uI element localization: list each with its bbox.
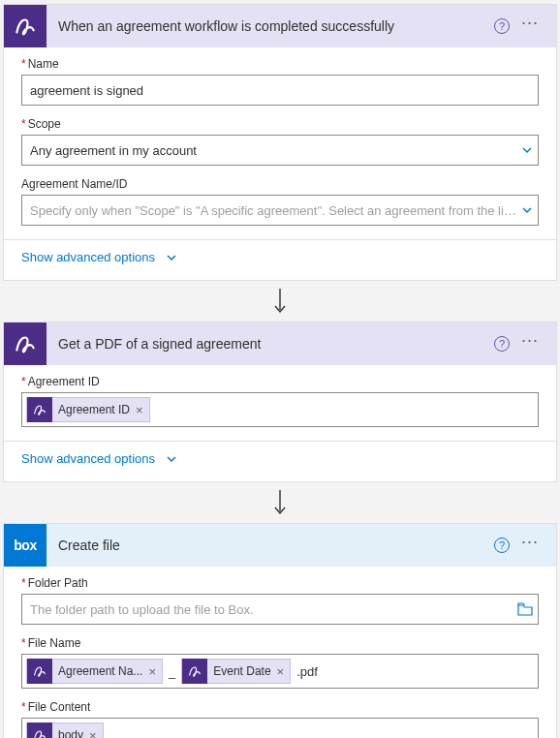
show-advanced-link[interactable]: Show advanced options [3,240,557,281]
scope-value: Any agreement in my account [30,143,516,158]
show-advanced-link[interactable]: Show advanced options [3,442,557,482]
step3-header[interactable]: box Create file ? ··· [4,524,556,567]
step1-header[interactable]: When an agreement workflow is completed … [4,5,556,47]
help-icon[interactable]: ? [494,538,510,553]
token-agreement-name[interactable]: Agreement Na... × [26,659,163,684]
step-create-file: box Create file ? ··· Folder Path The fo… [3,523,557,738]
advanced-label: Show advanced options [21,250,155,264]
token-label: Agreement Na... [58,664,142,678]
advanced-label: Show advanced options [21,451,155,466]
step2-body: Agreement ID Agreement ID × [4,365,556,441]
connector-arrow [3,281,557,322]
agreement-name-select[interactable]: Specify only when "Scope" is "A specific… [21,195,539,226]
token-remove-icon[interactable]: × [136,404,143,416]
scope-label: Scope [21,117,539,131]
menu-button[interactable]: ··· [515,533,544,550]
adobe-sign-icon [27,723,52,738]
literal-text: .pdf [295,664,320,679]
agreement-id-input[interactable]: Agreement ID × [21,392,539,427]
step3-title: Create file [47,538,494,553]
chevron-down-icon [520,203,534,217]
folder-path-input[interactable]: The folder path to upload the file to Bo… [21,594,539,625]
help-icon[interactable]: ? [494,18,510,34]
token-remove-icon[interactable]: × [89,729,97,739]
folder-path-label: Folder Path [21,576,539,590]
name-input[interactable] [21,75,539,106]
folder-picker-icon[interactable] [516,600,534,618]
name-label: Name [21,57,539,71]
step-get-pdf: Get a PDF of a signed agreement ? ··· Ag… [3,322,557,442]
token-agreement-id[interactable]: Agreement ID × [26,397,150,422]
step1-body: Name Scope Any agreement in my account A… [4,47,556,239]
token-body[interactable]: body × [26,723,104,738]
agreement-placeholder: Specify only when "Scope" is "A specific… [30,203,516,218]
step-workflow-completed: When an agreement workflow is completed … [3,4,557,240]
connector-arrow [3,482,557,523]
adobe-sign-icon [27,397,52,422]
token-label: Event Date [213,664,270,678]
agreement-name-label: Agreement Name/ID [21,177,539,191]
chevron-down-icon [520,143,534,157]
token-event-date[interactable]: Event Date × [181,659,291,684]
scope-select[interactable]: Any agreement in my account [21,135,539,166]
token-remove-icon[interactable]: × [148,665,156,678]
step2-header[interactable]: Get a PDF of a signed agreement ? ··· [4,323,556,365]
step2-title: Get a PDF of a signed agreement [47,336,494,352]
menu-button[interactable]: ··· [515,331,544,349]
file-content-label: File Content [21,700,539,714]
token-label: body [58,728,83,738]
token-label: Agreement ID [58,403,130,416]
folder-placeholder: The folder path to upload the file to Bo… [30,602,513,617]
literal-text: _ [167,664,177,679]
adobe-sign-icon [4,323,47,365]
chevron-down-icon [165,251,178,264]
file-content-input[interactable]: body × [21,718,539,738]
box-icon: box [4,524,47,567]
help-icon[interactable]: ? [494,336,510,352]
chevron-down-icon [165,452,178,466]
file-name-input[interactable]: Agreement Na... × _ Event Date × .pdf [21,654,539,689]
step3-body: Folder Path The folder path to upload th… [4,567,556,738]
menu-button[interactable]: ··· [515,14,544,31]
adobe-sign-icon [182,659,207,684]
agreement-id-label: Agreement ID [21,375,539,388]
token-remove-icon[interactable]: × [277,665,285,678]
step1-title: When an agreement workflow is completed … [47,18,494,34]
adobe-sign-icon [27,659,52,684]
file-name-label: File Name [21,636,539,650]
adobe-sign-icon [4,5,47,47]
